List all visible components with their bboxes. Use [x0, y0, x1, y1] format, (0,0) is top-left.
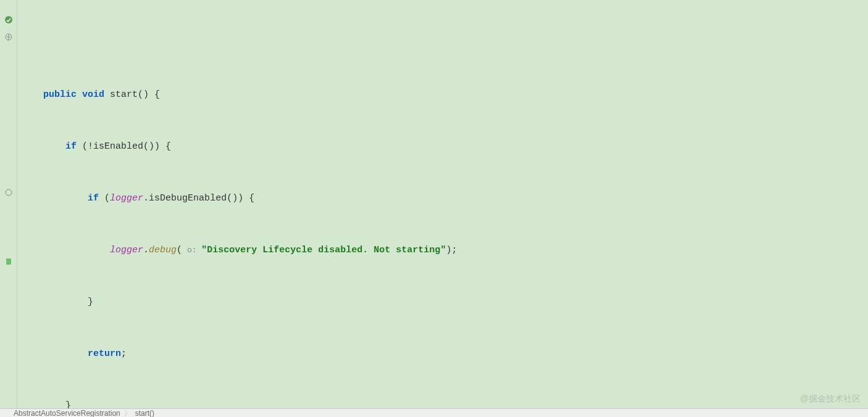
bookmark-icon[interactable]	[4, 257, 14, 266]
breadcrumb-class[interactable]: AbstractAutoServiceRegistration	[14, 409, 120, 417]
watermark: @掘金技术社区	[800, 394, 861, 405]
call-debug: debug	[149, 245, 177, 255]
param-hint: o:	[182, 246, 201, 255]
code-editor[interactable]: public void start() { if (!isEnabled()) …	[0, 0, 868, 408]
call-isDebugEnabled: isDebugEnabled	[149, 193, 227, 204]
inherit-icon[interactable]	[4, 32, 14, 42]
string-literal: "Discovery Lifecycle disabled. Not start…	[201, 245, 446, 255]
keyword-if: if	[88, 193, 99, 204]
gutter	[0, 0, 17, 408]
keyword-public: public	[43, 89, 77, 100]
override-icon[interactable]	[4, 15, 14, 25]
keyword-void: void	[82, 89, 104, 100]
field-logger: logger	[110, 193, 143, 204]
field-logger: logger	[110, 245, 143, 255]
call-isEnabled: isEnabled	[93, 141, 143, 152]
svg-rect-3	[6, 258, 11, 265]
keyword-return: return	[88, 349, 121, 359]
svg-point-2	[6, 189, 12, 196]
svg-point-0	[5, 16, 12, 23]
breadcrumb-separator-icon: 〉	[124, 409, 131, 417]
method-icon[interactable]	[4, 188, 14, 197]
method-name: start	[110, 89, 138, 100]
code-content[interactable]: public void start() { if (!isEnabled()) …	[17, 0, 868, 408]
breadcrumb[interactable]: AbstractAutoServiceRegistration〉start()	[0, 408, 868, 417]
keyword-if: if	[65, 141, 77, 152]
breadcrumb-method[interactable]: start()	[135, 409, 154, 417]
